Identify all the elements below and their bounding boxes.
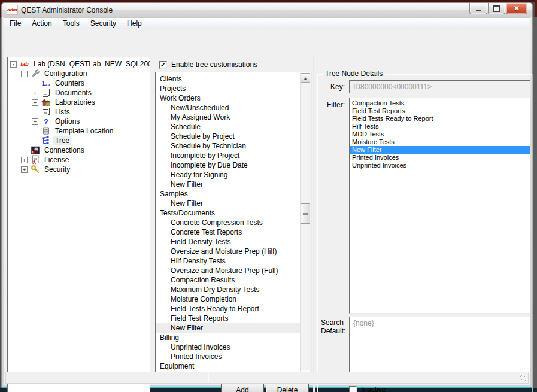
scrollbar-thumb[interactable]: [301, 203, 310, 224]
list-item[interactable]: Ready for Signing: [156, 170, 311, 180]
list-item[interactable]: Clients: [156, 74, 311, 84]
tree-node[interactable]: Lists: [9, 107, 150, 117]
tree-icon: [41, 136, 51, 145]
list-item[interactable]: Printed Invoices: [156, 352, 311, 361]
navigation-tree-panel[interactable]: -labLab (DSN=QESTLab_NEW_SQL2008)-Config…: [7, 57, 150, 392]
list-item[interactable]: Work Orders: [156, 93, 311, 103]
list-item[interactable]: Schedule by Project: [156, 132, 311, 141]
list-item[interactable]: Oversize and Moisture Prep (Hilf): [156, 247, 311, 256]
tree-node[interactable]: -labLab (DSN=QESTLab_NEW_SQL2008): [9, 59, 150, 69]
filter-item[interactable]: MDD Tests: [350, 130, 530, 138]
list-item[interactable]: New Filter: [156, 199, 311, 208]
tree-node[interactable]: 1₂₃Counters: [9, 78, 150, 88]
maximize-button[interactable]: [488, 3, 505, 14]
vertical-scrollbar[interactable]: ▲ ▼: [300, 73, 311, 379]
list-item[interactable]: Concrete Compression Tests: [156, 218, 311, 227]
add-button[interactable]: Add: [221, 383, 264, 392]
filter-item[interactable]: Field Tests Ready to Report: [350, 115, 530, 123]
tree-node[interactable]: -Configuration: [9, 69, 150, 78]
tree-node[interactable]: +Security: [9, 165, 150, 174]
app-icon[interactable]: adm: [7, 5, 18, 15]
list-item[interactable]: My Assigned Work: [156, 113, 311, 122]
tree-node[interactable]: Tree: [9, 136, 150, 145]
tree-node-label: Laboratories: [53, 98, 97, 107]
close-button[interactable]: ✕: [506, 3, 527, 14]
list-item[interactable]: Field Test Reports: [156, 314, 311, 323]
tree-items-listbox[interactable]: ClientsProjectsWork OrdersNew/Unschedule…: [155, 72, 312, 381]
tree-node-label: Documents: [53, 88, 93, 98]
filter-item[interactable]: Compaction Tests: [350, 99, 530, 107]
list-item[interactable]: Hilf Density Tests: [156, 256, 311, 266]
list-item[interactable]: Samples: [156, 189, 311, 199]
collapse-toggle-icon[interactable]: -: [21, 71, 28, 77]
list-item[interactable]: Incomplete by Due Date: [156, 160, 311, 170]
menu-item-tools[interactable]: Tools: [57, 18, 85, 29]
list-item[interactable]: Unprinted Invoices: [156, 342, 311, 352]
inactive-checkbox[interactable]: [349, 386, 357, 392]
menu-item-security[interactable]: Security: [85, 18, 122, 29]
resize-grip[interactable]: [520, 375, 527, 382]
list-item[interactable]: Field Tests Ready to Report: [156, 304, 311, 314]
filter-item[interactable]: Moisture Tests: [350, 138, 530, 146]
list-item[interactable]: Schedule by Technician: [156, 141, 311, 151]
window-title: QEST Administrator Console: [21, 6, 113, 14]
filter-label: Filter:: [321, 101, 345, 109]
list-item[interactable]: Maximum Dry Density Tests: [156, 285, 311, 294]
desktop: adm QEST Administrator Console ✕ FileAct…: [0, 0, 537, 392]
list-item[interactable]: Projects: [156, 84, 311, 93]
background-window-edge-top-right: [535, 0, 537, 18]
filter-item[interactable]: Printed Invoices: [350, 154, 530, 162]
tree-node[interactable]: +Laboratories: [9, 98, 150, 107]
search-default-label: Search Default:: [321, 318, 348, 335]
tree-node-label: Options: [53, 117, 81, 126]
collapse-toggle-icon[interactable]: -: [10, 61, 17, 68]
list-item[interactable]: Equipment: [156, 361, 311, 371]
tree-node[interactable]: LConnections: [9, 145, 150, 155]
client-area: -labLab (DSN=QESTLab_NEW_SQL2008)-Config…: [4, 29, 530, 385]
enable-customisations-checkbox[interactable]: ✓: [159, 61, 167, 69]
lab-icon: lab: [19, 59, 30, 69]
documents-icon: [41, 88, 51, 98]
filter-item[interactable]: Field Test Reports: [350, 107, 530, 115]
delete-button[interactable]: Delete: [266, 383, 309, 392]
list-item[interactable]: Billing: [156, 333, 311, 342]
list-item[interactable]: Moisture Completion: [156, 294, 311, 304]
panel-splitter[interactable]: [313, 57, 315, 392]
filter-listbox[interactable]: Compaction TestsField Test ReportsField …: [349, 98, 530, 314]
tree-node[interactable]: +?Options: [9, 117, 150, 126]
menu-item-action[interactable]: Action: [26, 18, 57, 29]
list-item[interactable]: Concrete Test Reports: [156, 227, 311, 237]
expand-toggle-icon[interactable]: +: [32, 90, 38, 96]
list-item[interactable]: Compaction Results: [156, 275, 311, 285]
expand-toggle-icon[interactable]: +: [21, 166, 28, 173]
minimize-button[interactable]: [469, 3, 487, 14]
scroll-up-button[interactable]: ▲: [301, 73, 310, 83]
expand-toggle-icon[interactable]: +: [32, 99, 38, 106]
list-item[interactable]: Oversize and Moisture Prep (Full): [156, 266, 311, 275]
list-item[interactable]: Schedule: [156, 122, 311, 132]
tree-node[interactable]: Template Location: [9, 126, 150, 136]
group-title: Tree Node Details: [323, 69, 385, 78]
filter-item[interactable]: Unprinted Invoices: [350, 162, 530, 169]
app-window: adm QEST Administrator Console ✕ FileAct…: [1, 2, 533, 387]
inactive-row: Inactive: [349, 385, 386, 392]
list-item[interactable]: New Filter: [156, 323, 311, 333]
list-item[interactable]: Field Density Tests: [156, 237, 311, 247]
titlebar[interactable]: adm QEST Administrator Console ✕: [2, 3, 532, 17]
enable-customisations-row: ✓ Enable tree customisations: [159, 60, 257, 69]
list-item[interactable]: New Filter: [156, 180, 311, 189]
menu-item-file[interactable]: File: [4, 18, 26, 29]
menu-item-help[interactable]: Help: [122, 18, 147, 29]
list-item[interactable]: Incomplete by Project: [156, 151, 311, 160]
enable-customisations-label[interactable]: Enable tree customisations: [171, 60, 257, 69]
list-item[interactable]: Tests/Documents: [156, 208, 311, 218]
expand-toggle-icon[interactable]: +: [32, 118, 38, 125]
expand-toggle-icon[interactable]: +: [21, 157, 28, 163]
search-default-field[interactable]: {none}: [349, 317, 530, 375]
inactive-label[interactable]: Inactive: [361, 385, 386, 392]
tree-node[interactable]: +License: [9, 155, 150, 165]
list-item[interactable]: New/Unscheduled: [156, 103, 311, 113]
filter-item[interactable]: Hilf Tests: [350, 123, 530, 130]
filter-item[interactable]: New Filter: [350, 146, 530, 154]
tree-node[interactable]: +Documents: [9, 88, 150, 98]
